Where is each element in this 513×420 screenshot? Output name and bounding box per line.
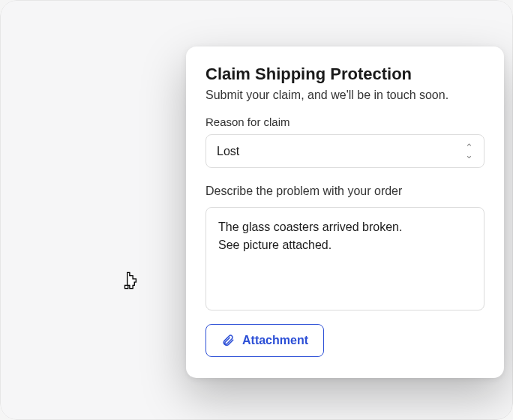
reason-label: Reason for claim — [206, 116, 484, 128]
attachment-button[interactable]: Attachment — [206, 324, 324, 357]
reason-value: Lost — [217, 145, 239, 158]
chevron-sort-icon: ⌃⌄ — [465, 144, 473, 158]
modal-lead: Submit your claim, and we'll be in touch… — [206, 88, 484, 102]
describe-textarea[interactable]: The glass coasters arrived broken. See p… — [206, 207, 484, 310]
claim-modal: Claim Shipping Protection Submit your cl… — [186, 46, 504, 378]
modal-title: Claim Shipping Protection — [206, 64, 484, 84]
attachment-label: Attachment — [242, 334, 308, 347]
describe-label: Describe the problem with your order — [206, 184, 484, 198]
paperclip-icon — [221, 334, 235, 347]
reason-select[interactable]: Lost ⌃⌄ — [206, 134, 484, 168]
